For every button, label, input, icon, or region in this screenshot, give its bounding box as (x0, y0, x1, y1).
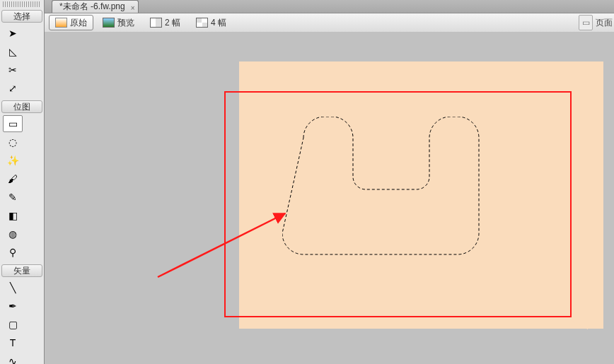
two-up-icon (150, 18, 162, 28)
wand-icon: ✨ (7, 155, 19, 165)
artboard-tail (569, 319, 588, 329)
pencil-icon: ✎ (8, 192, 17, 202)
toolbox-drag-handle[interactable] (3, 1, 41, 7)
pencil-tool[interactable]: ✎ (3, 189, 23, 206)
pointer-icon: ➤ (8, 28, 17, 38)
view-4up-button[interactable]: 4 幅 (190, 15, 233, 30)
lasso-tool[interactable]: ◌ (3, 134, 23, 151)
text-icon: T (10, 338, 16, 348)
marquee-tool[interactable]: ▭ (3, 115, 23, 132)
blur-tool[interactable]: ◍ (3, 225, 23, 242)
document-tab[interactable]: *未命名 -6.fw.png × (52, 0, 139, 13)
line-tool[interactable]: ╲ (3, 279, 23, 296)
crop-tool[interactable]: ✂ (3, 61, 23, 78)
view-2up-label: 2 幅 (165, 17, 180, 29)
crop-icon: ✂ (8, 65, 17, 75)
transform-icon: ⤢ (8, 83, 17, 93)
pointer-tool[interactable]: ➤ (3, 25, 23, 42)
document-tabbar: *未命名 -6.fw.png × (45, 0, 614, 13)
shape-icon: ▢ (8, 319, 18, 329)
view-toolbar: 原始 预览 2 幅 4 幅 ▭ 页面 (45, 13, 614, 33)
toolbox-panel: 选择 ➤ ◺ ✂ ⤢ 位图 ▭ ◌ ✨ 🖌 ✎ ◧ ◍ ⚲ 矢量 ╲ ✒ ▢ T… (0, 0, 45, 364)
pen-icon: ✒ (8, 301, 17, 311)
group-select-title: 选择 (1, 10, 42, 23)
preview-icon (103, 18, 115, 28)
subselect-tool[interactable]: ◺ (3, 43, 23, 60)
view-4up-label: 4 幅 (211, 17, 226, 29)
subselect-icon: ◺ (9, 47, 17, 57)
annotation-highlight-box (224, 91, 572, 317)
group-bitmap-title: 位图 (1, 100, 42, 113)
page-popup-button[interactable]: ▭ (579, 15, 593, 30)
four-up-icon (196, 18, 208, 28)
line-icon: ╲ (10, 283, 16, 293)
view-original-label: 原始 (70, 17, 87, 29)
stamp-icon: ⚲ (9, 247, 16, 257)
lasso-icon: ◌ (8, 137, 17, 147)
view-original-button[interactable]: 原始 (49, 15, 93, 30)
freeform-tool[interactable]: ∿ (3, 353, 23, 364)
transform-tool[interactable]: ⤢ (3, 80, 23, 97)
page-label: 页面 (596, 17, 613, 29)
stamp-tool[interactable]: ⚲ (3, 244, 23, 261)
eraser-tool[interactable]: ◧ (3, 207, 23, 224)
shape-tool[interactable]: ▢ (3, 316, 23, 333)
blur-icon: ◍ (8, 229, 17, 239)
group-vector: ╲ ✒ ▢ T ∿ ✂ (2, 278, 42, 364)
group-vector-title: 矢量 (1, 264, 42, 277)
freeform-icon: ∿ (8, 356, 17, 364)
document-tab-label: *未命名 -6.fw.png (59, 1, 125, 11)
marquee-icon: ▭ (8, 119, 18, 129)
original-icon (55, 18, 67, 28)
view-preview-label: 预览 (117, 17, 134, 29)
group-select: ➤ ◺ ✂ ⤢ (2, 24, 42, 98)
page-icon: ▭ (582, 18, 590, 28)
brush-icon: 🖌 (8, 174, 18, 184)
eraser-icon: ◧ (8, 211, 18, 221)
pen-tool[interactable]: ✒ (3, 298, 23, 315)
wand-tool[interactable]: ✨ (3, 152, 23, 169)
canvas-area[interactable] (45, 32, 614, 364)
text-tool[interactable]: T (3, 334, 23, 351)
brush-tool[interactable]: 🖌 (3, 170, 23, 187)
view-2up-button[interactable]: 2 幅 (144, 15, 187, 30)
group-bitmap: ▭ ◌ ✨ 🖌 ✎ ◧ ◍ ⚲ (2, 115, 42, 262)
view-preview-button[interactable]: 预览 (96, 15, 141, 30)
